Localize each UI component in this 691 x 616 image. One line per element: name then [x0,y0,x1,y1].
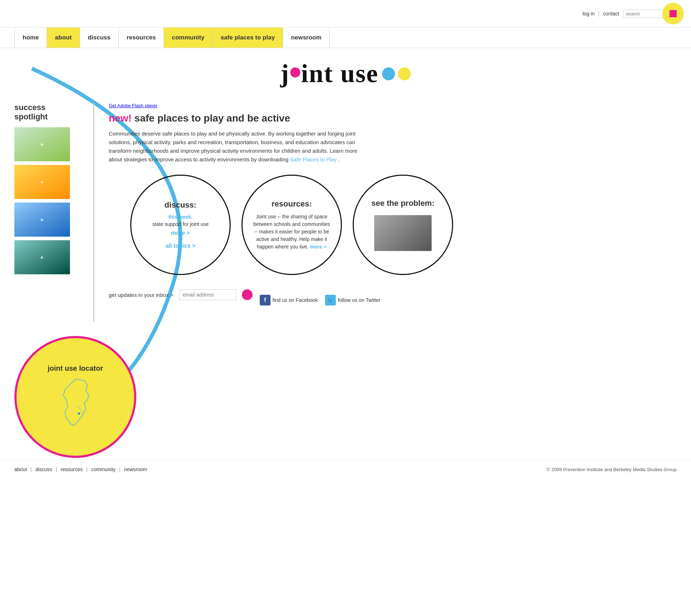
sidebar-image-4[interactable]: ▶ [14,240,70,274]
footer-sep-3: | [86,466,88,472]
safe-places-link[interactable]: Safe Places to Play [290,156,337,162]
footer-community[interactable]: community [91,466,116,472]
discuss-circle: discuss: this week: state support for jo… [130,175,231,275]
locator-title: joint use locator [48,364,103,373]
main-content: Get Adobe Flash player new! safe places … [102,103,677,322]
footer-sep-2: | [56,466,57,472]
footer-discuss[interactable]: discuss [36,466,52,472]
footer-copyright: © 2009 Prevention Institute and Berkeley… [547,467,677,472]
nav-safe-places[interactable]: safe places to play [213,28,283,48]
footer-sep-1: | [30,466,32,472]
footer-about[interactable]: about [14,466,27,472]
sidebar-image-3[interactable]: ▶ [14,203,70,237]
resources-title: resources: [272,199,312,209]
discuss-topic: state support for joint use [152,221,208,227]
contact-link[interactable]: contact [603,11,619,16]
resources-body: Joint use -- the sharing of space betwee… [253,213,330,251]
email-input[interactable] [179,289,236,300]
facebook-link[interactable]: f find us on Facebook [260,295,318,305]
circles-section: discuss: this week: state support for jo… [130,175,677,275]
sidebar-img-placeholder-3: ▶ [14,203,70,237]
discuss-this-week-label: this week: [168,214,193,220]
twitter-label: follow us on Twitter [338,297,381,303]
sidebar-img-placeholder-1: ▶ [14,127,70,161]
headline-rest: safe places to play and be active [135,113,290,124]
search-wrapper [623,3,684,24]
footer: about | discuss | resources | community … [0,459,691,479]
discuss-more-link[interactable]: more > [171,230,190,236]
content-wrapper: success spotlight ▶ ▶ ▶ ▶ Get Adobe Flas… [0,103,691,322]
email-section: get updates in your inbox > [109,289,253,300]
email-label: get updates in your inbox > [109,292,174,298]
headline: new! safe places to play and be active [109,113,677,124]
search-button[interactable] [662,3,684,24]
logo-dot-blue [382,67,395,80]
nav-about[interactable]: about [47,28,80,48]
nav-home[interactable]: home [14,28,47,48]
facebook-icon: f [260,295,271,305]
problem-circle: see the problem: [353,175,453,275]
logo-j: j [280,59,290,89]
california-map [57,376,93,430]
sidebar-divider [93,103,94,322]
twitter-icon: 🐦 [325,295,336,305]
email-submit-button[interactable] [242,289,253,300]
separator: | [598,11,600,16]
sidebar-img-placeholder-2: ▶ [14,165,70,199]
sidebar-img-placeholder-4: ▶ [14,240,70,274]
footer-resources[interactable]: resources [61,466,83,472]
facebook-label: find us on Facebook [273,297,318,303]
problem-title: see the problem: [371,199,434,208]
discuss-title: discuss: [164,200,196,210]
logo-area: j int use [0,48,691,96]
locator-circle[interactable]: joint use locator [14,336,136,458]
logo-int-use: int use [301,59,379,89]
problem-image[interactable] [374,215,432,251]
new-badge: new! [109,113,132,124]
main-nav: home about discuss resources community s… [0,27,691,48]
discuss-all-topics-link[interactable]: all topics > [165,243,195,249]
footer-links: about | discuss | resources | community … [14,466,147,472]
resources-circle: resources: Joint use -- the sharing of s… [241,175,342,275]
sidebar-image-2[interactable]: ▶ [14,165,70,199]
top-bar: log in | contact [0,0,691,27]
svg-point-0 [78,412,80,414]
intro-period: . [338,156,340,162]
footer-newsroom[interactable]: newsroom [124,466,147,472]
logo: j int use [0,59,691,89]
logo-dot-yellow [398,67,411,80]
nav-community[interactable]: community [164,28,213,48]
search-icon [669,10,677,17]
resources-more-link[interactable]: more > [310,244,326,250]
flash-link-anchor[interactable]: Get Adobe Flash player [109,103,158,108]
flash-link[interactable]: Get Adobe Flash player [109,103,677,108]
sidebar-title: success spotlight [14,103,79,122]
logo-o-dot [290,67,300,77]
nav-newsroom[interactable]: newsroom [283,28,330,48]
login-link[interactable]: log in [583,11,594,16]
nav-discuss[interactable]: discuss [80,28,119,48]
sidebar-image-1[interactable]: ▶ [14,127,70,161]
footer-sep-4: | [119,466,121,472]
social-links: f find us on Facebook 🐦 follow us on Twi… [260,295,381,305]
sidebar: success spotlight ▶ ▶ ▶ ▶ [14,103,86,322]
twitter-link[interactable]: 🐦 follow us on Twitter [325,295,381,305]
intro-text: Communities deserve safe places to play … [109,129,367,164]
bottom-section: joint use locator about | discuss | reso… [0,329,691,479]
nav-resources[interactable]: resources [119,28,164,48]
